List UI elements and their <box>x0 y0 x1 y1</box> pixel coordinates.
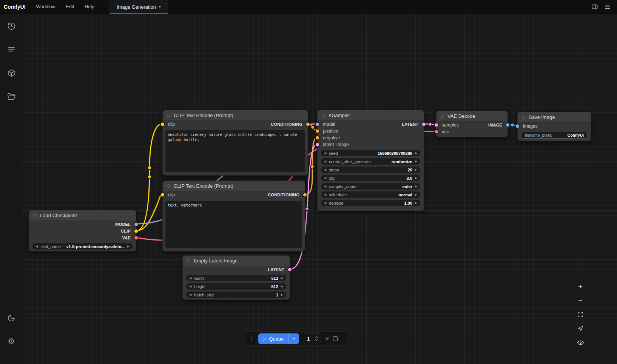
node-header[interactable]: Save Image <box>518 112 591 123</box>
widget-seed[interactable]: ◀ seed 156680208700286 ▶ <box>321 150 420 156</box>
node-ksampler[interactable]: KSampler model LATENT positive negative … <box>317 110 424 211</box>
widget-scheduler[interactable]: ◀ scheduler normal ▶ <box>321 191 420 198</box>
clear-queue-button[interactable]: ✕ <box>325 336 329 342</box>
increment-arrow-icon[interactable]: ▶ <box>281 293 283 296</box>
widget-steps[interactable]: ◀ steps 20 ▶ <box>321 167 420 173</box>
collapse-dot[interactable] <box>522 116 525 119</box>
input-port-vae[interactable] <box>435 130 438 134</box>
input-port-images[interactable] <box>516 125 519 128</box>
increment-arrow-icon[interactable]: ▶ <box>281 285 283 288</box>
sidebar-item-workflows[interactable] <box>7 92 16 101</box>
increment-arrow-icon[interactable]: ▶ <box>415 185 417 188</box>
widget-denoise[interactable]: ◀ denoise 1.00 ▶ <box>321 200 420 206</box>
input-port-clip[interactable] <box>161 193 164 197</box>
decrement-arrow-icon[interactable]: ◀ <box>189 293 191 296</box>
drag-handle-icon[interactable]: ⋮ <box>249 335 255 342</box>
decrement-arrow-icon[interactable]: ◀ <box>189 277 191 280</box>
main-menu-button[interactable] <box>604 3 611 10</box>
sidebar-item-node-library[interactable] <box>7 45 16 54</box>
increment-arrow-icon[interactable]: ▶ <box>415 177 417 180</box>
output-port-vae[interactable] <box>134 236 138 240</box>
decrement-arrow-icon[interactable]: ◀ <box>324 152 326 155</box>
widget-ckpt-name[interactable]: ◀ ckpt_name v1-5-pruned-emaonly.safete..… <box>32 243 133 250</box>
node-empty-latent-image[interactable]: Empty Latent Image LATENT ◀ width 512 ▶ … <box>182 255 290 300</box>
increment-arrow-icon[interactable]: ▶ <box>415 193 417 196</box>
output-port-image[interactable] <box>506 123 509 127</box>
decrement-arrow-icon[interactable]: ◀ <box>324 202 326 205</box>
increment-arrow-icon[interactable]: ▶ <box>415 202 417 205</box>
zoom-out-button[interactable]: − <box>575 296 585 305</box>
decrement-arrow-icon[interactable]: ◀ <box>324 160 326 163</box>
sidebar-item-queue-history[interactable] <box>7 22 16 31</box>
fit-view-button[interactable] <box>575 310 585 319</box>
tab-image-generation[interactable]: Image Generation ● <box>110 0 168 14</box>
input-port-clip[interactable] <box>161 123 164 126</box>
input-port-negative[interactable] <box>316 136 319 140</box>
node-header[interactable]: CLIP Text Encode (Prompt) <box>163 110 308 121</box>
increment-arrow-icon[interactable]: ▶ <box>415 160 417 163</box>
widget-height[interactable]: ◀ height 512 ▶ <box>186 283 286 290</box>
toggle-panel-button[interactable] <box>591 3 598 10</box>
collapse-dot[interactable] <box>167 184 170 188</box>
widget-sampler-name[interactable]: ◀ sampler_name euler ▶ <box>321 183 420 190</box>
widget-control-after-generate[interactable]: ◀ control_after_generate randomize ▶ <box>321 158 420 165</box>
queue-options-button[interactable] <box>288 336 299 341</box>
queue-button[interactable]: ▷ Queue <box>258 336 288 342</box>
node-header[interactable]: VAE Decode <box>437 111 507 122</box>
widget-filename-prefix[interactable]: filename_prefix ComfyUI <box>521 132 588 139</box>
prompt-text-input[interactable]: beautiful scenery nature glass bottle la… <box>165 130 305 172</box>
decrement-arrow-icon[interactable]: ◀ <box>324 193 326 196</box>
collapse-dot[interactable] <box>187 259 190 262</box>
stop-button[interactable] <box>333 336 338 341</box>
decrement-arrow-icon[interactable]: ◀ <box>324 177 326 180</box>
output-port-conditioning[interactable] <box>303 193 307 197</box>
output-port-latent[interactable] <box>288 268 292 271</box>
theme-toggle-button[interactable] <box>7 313 16 322</box>
batch-count-input[interactable]: 1 <box>303 333 321 344</box>
zoom-in-button[interactable]: + <box>575 282 585 292</box>
input-port-latent-image[interactable] <box>316 143 319 147</box>
node-save-image[interactable]: Save Image images filename_prefix ComfyU… <box>517 112 591 141</box>
node-header[interactable]: Load Checkpoint <box>29 210 136 221</box>
collapse-dot[interactable] <box>33 214 37 217</box>
node-load-checkpoint[interactable]: Load Checkpoint MODEL CLIP VAE ◀ ckpt_na… <box>29 210 136 251</box>
output-port-latent[interactable] <box>422 123 426 126</box>
menu-edit[interactable]: Edit <box>61 0 80 14</box>
stepper-up-icon[interactable] <box>315 336 318 338</box>
menu-workflow[interactable]: Workflow <box>31 0 61 14</box>
decrement-arrow-icon[interactable]: ◀ <box>324 185 326 188</box>
toggle-link-visibility-button[interactable] <box>575 338 585 347</box>
decrement-arrow-icon[interactable]: ◀ <box>35 245 38 248</box>
node-clip-text-encode-negative[interactable]: CLIP Text Encode (Prompt) clip CONDITION… <box>162 180 305 251</box>
stepper-down-icon[interactable] <box>315 339 318 341</box>
increment-arrow-icon[interactable]: ▶ <box>281 277 283 280</box>
input-port-samples[interactable] <box>435 123 438 127</box>
sidebar-item-model-library[interactable] <box>7 68 16 77</box>
node-header[interactable]: Empty Latent Image <box>183 256 290 266</box>
output-port-clip[interactable] <box>134 230 138 233</box>
widget-cfg[interactable]: ◀ cfg 8.0 ▶ <box>321 175 420 181</box>
decrement-arrow-icon[interactable]: ◀ <box>189 285 191 288</box>
output-port-model[interactable] <box>134 223 138 226</box>
prompt-text-input[interactable]: text, watermark <box>165 201 302 248</box>
collapse-dot[interactable] <box>441 114 444 118</box>
node-header[interactable]: CLIP Text Encode (Prompt) <box>163 181 305 191</box>
menu-help[interactable]: Help <box>79 0 100 14</box>
decrement-arrow-icon[interactable]: ◀ <box>324 168 326 171</box>
node-header[interactable]: KSampler <box>318 110 424 121</box>
widget-batch-size[interactable]: ◀ batch_size 1 ▶ <box>186 292 286 298</box>
settings-button[interactable]: ⚙ <box>7 337 16 346</box>
select-mode-button[interactable] <box>575 324 585 333</box>
widget-width[interactable]: ◀ width 512 ▶ <box>186 275 286 281</box>
increment-arrow-icon[interactable]: ▶ <box>415 152 417 155</box>
collapse-dot[interactable] <box>167 114 170 117</box>
node-clip-text-encode-positive[interactable]: CLIP Text Encode (Prompt) clip CONDITION… <box>162 110 308 176</box>
node-vae-decode[interactable]: VAE Decode samples IMAGE vae <box>436 111 508 137</box>
input-port-model[interactable] <box>316 123 319 126</box>
output-port-conditioning[interactable] <box>306 123 310 126</box>
increment-arrow-icon[interactable]: ▶ <box>415 168 417 171</box>
collapse-dot[interactable] <box>322 114 325 117</box>
app-logo[interactable]: ComfyUI <box>0 0 31 14</box>
increment-arrow-icon[interactable]: ▶ <box>127 245 130 248</box>
input-port-positive[interactable] <box>316 130 319 133</box>
